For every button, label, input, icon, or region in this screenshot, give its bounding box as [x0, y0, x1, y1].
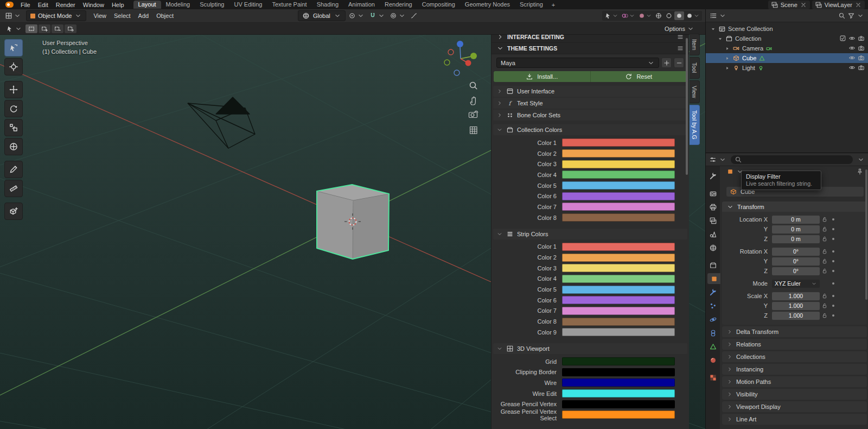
sidebar-tab-view[interactable]: View — [690, 80, 700, 104]
outliner-row-cube[interactable]: Cube — [706, 53, 868, 63]
theme-preset-dropdown[interactable]: Maya — [496, 58, 659, 68]
transform-value-field[interactable]: 1.000 — [772, 312, 820, 320]
properties-tab-texture[interactable] — [707, 372, 719, 383]
lock-toggle[interactable] — [820, 312, 829, 319]
theme-section-viewport-colors[interactable]: 3D Viewport — [493, 343, 687, 354]
panel-relations[interactable]: Relations — [722, 339, 867, 350]
color-swatch[interactable] — [562, 357, 675, 365]
panel-viewport-display[interactable]: Viewport Display — [722, 401, 867, 412]
gizmo-z-neg[interactable] — [454, 70, 459, 75]
lock-toggle[interactable] — [820, 293, 829, 299]
search-input[interactable] — [731, 155, 853, 164]
camera-visibility-toggle[interactable] — [858, 54, 865, 62]
checkbox-toggle[interactable] — [839, 35, 846, 43]
properties-scrollbar[interactable] — [865, 169, 867, 300]
properties-tab-tool[interactable] — [707, 171, 719, 181]
active-tool-button[interactable] — [4, 24, 24, 34]
menu-render[interactable]: Render — [52, 1, 79, 9]
workspace-tab-animation[interactable]: Animation — [343, 1, 380, 9]
lock-toggle[interactable] — [820, 258, 829, 264]
workspace-tab-rendering[interactable]: Rendering — [380, 1, 417, 9]
select-intersect-button[interactable] — [65, 24, 76, 33]
sidebar-tab-tool[interactable]: Tool — [690, 57, 700, 78]
color-swatch[interactable] — [562, 203, 675, 211]
theme-group-bone-color-sets[interactable]: Bone Color Sets — [493, 110, 687, 121]
add-cube-tool-button[interactable] — [4, 203, 23, 220]
workspace-tab-sculp­ting[interactable]: Sculp­ting — [195, 1, 229, 9]
animate-dot[interactable] — [829, 305, 837, 307]
ring-button[interactable] — [664, 11, 674, 20]
color-swatch[interactable] — [562, 378, 675, 387]
panel-delta-transform[interactable]: Delta Transform — [722, 326, 867, 337]
snap-toggle[interactable] — [367, 11, 387, 21]
reset-theme-button[interactable]: Reset — [590, 71, 687, 82]
transform-value-field[interactable]: 0° — [772, 257, 820, 266]
properties-tab-output[interactable] — [707, 201, 719, 212]
lock-toggle[interactable] — [820, 226, 829, 232]
properties-tab-modifiers[interactable] — [707, 287, 719, 298]
cursor-tool-button[interactable] — [4, 58, 23, 75]
animate-dot[interactable] — [829, 314, 837, 317]
gizmo-x-axis[interactable] — [465, 60, 471, 66]
workspace-tab-compositing[interactable]: Compositing — [417, 1, 460, 9]
transform-panel-header[interactable]: Transform — [722, 201, 867, 212]
color-swatch[interactable] — [562, 400, 675, 408]
lock-toggle[interactable] — [820, 302, 829, 309]
menu-file[interactable]: File — [17, 1, 34, 9]
camera-visibility-toggle[interactable] — [858, 64, 865, 72]
orientation-dropdown[interactable]: Global — [298, 10, 346, 21]
color-swatch[interactable] — [562, 411, 675, 419]
outliner-row-camera[interactable]: Camera — [706, 43, 868, 53]
workspace-tab-geometry-nodes[interactable]: Geometry Nodes — [460, 1, 515, 9]
lock-toggle[interactable] — [820, 216, 829, 223]
color-swatch[interactable] — [562, 243, 675, 251]
transform-value-field[interactable]: 0° — [772, 248, 820, 256]
scale-tool-button[interactable] — [4, 119, 23, 136]
panel-motion-paths[interactable]: Motion Paths — [722, 376, 867, 387]
theme-panel-scrollbar[interactable] — [686, 38, 688, 175]
proportional-edit-button[interactable] — [388, 11, 407, 21]
lock-toggle[interactable] — [820, 236, 829, 242]
menu-help[interactable]: Help — [108, 1, 128, 9]
eye-toggle[interactable] — [848, 54, 856, 62]
animate-dot[interactable] — [829, 270, 837, 272]
install-theme-button[interactable]: Install... — [494, 71, 590, 82]
select-extend-button[interactable] — [39, 24, 50, 33]
sphere-grid-button[interactable] — [654, 11, 663, 20]
color-swatch[interactable] — [562, 264, 675, 272]
sidebar-tab-tool-by-a-g[interactable]: Tool by A.G — [690, 105, 700, 145]
outliner-row-light[interactable]: Light — [706, 63, 868, 73]
panel-visibility[interactable]: Visibility — [722, 389, 867, 400]
color-swatch[interactable] — [562, 254, 675, 262]
workspace-tab-texture-paint[interactable]: Texture Paint — [267, 1, 311, 9]
select-subtract-button[interactable] — [52, 24, 63, 33]
color-swatch[interactable] — [562, 368, 675, 376]
scene-selector[interactable]: Scene — [768, 1, 810, 9]
menu-edit[interactable]: Edit — [34, 1, 52, 9]
workspace-tab-shading[interactable]: Shading — [312, 1, 343, 9]
measure-tool-button[interactable] — [4, 180, 23, 197]
animate-dot[interactable] — [829, 295, 837, 297]
workspace-tab-uv-editing[interactable]: UV Editing — [229, 1, 267, 9]
properties-tab-object-data[interactable] — [707, 341, 719, 352]
show-overlays-button[interactable] — [620, 11, 636, 20]
theme-group-text-style[interactable]: fText Style — [493, 98, 687, 109]
select-box-tool-button[interactable] — [4, 39, 23, 56]
animate-dot[interactable] — [829, 218, 837, 220]
color-swatch[interactable] — [562, 213, 675, 222]
panel-line-art[interactable]: Line Art — [722, 414, 867, 425]
gizmo-x-neg[interactable] — [448, 49, 454, 55]
color-swatch[interactable] — [562, 181, 675, 190]
properties-tab-scene[interactable] — [707, 229, 719, 239]
viewport-menu-select[interactable]: Select — [110, 12, 135, 20]
add-workspace-button[interactable]: + — [548, 2, 559, 8]
add-preset-button[interactable] — [661, 58, 672, 68]
transform-value-field[interactable]: 0 m — [772, 225, 820, 234]
rotate-tool-button[interactable] — [4, 100, 23, 117]
transform-value-field[interactable]: 1.000 — [772, 292, 820, 300]
workspace-tab-modeling[interactable]: Modeling — [161, 1, 195, 9]
lock-toggle[interactable] — [820, 268, 829, 274]
remove-preset-button[interactable] — [674, 58, 684, 68]
gizmo-z-axis[interactable] — [457, 41, 463, 47]
properties-tab-collection[interactable] — [707, 260, 719, 270]
